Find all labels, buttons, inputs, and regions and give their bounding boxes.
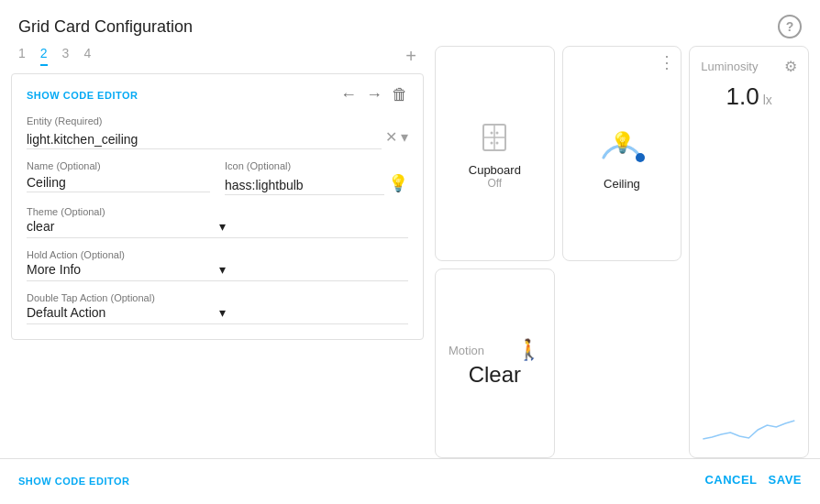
icon-input-wrapper: 💡 — [225, 173, 408, 195]
icon-field-group: Icon (Optional) 💡 — [225, 160, 408, 195]
main-content: 1 2 3 4 + SHOW CODE EDITOR ← → 🗑 Entity … — [0, 46, 820, 458]
name-input[interactable] — [27, 173, 210, 192]
entity-field-group: Entity (Required) ✕ ▾ — [27, 115, 408, 149]
svg-text:💡: 💡 — [609, 130, 635, 155]
motion-preview-card[interactable]: Motion 🚶 Clear — [435, 268, 555, 459]
right-panel: Cupboard Off ⋮ — [435, 46, 809, 458]
double-tap-value: Default Action — [27, 305, 216, 320]
add-tab-button[interactable]: + — [405, 47, 416, 65]
motion-state: Clear — [469, 362, 521, 388]
entity-actions: ✕ ▾ — [385, 128, 408, 149]
hold-action-field-group: Hold Action (Optional) More Info ▾ — [27, 249, 408, 281]
svg-point-7 — [636, 153, 645, 162]
cupboard-icon — [474, 117, 515, 158]
navigate-next-icon[interactable]: → — [366, 85, 382, 104]
cupboard-preview-card[interactable]: Cupboard Off — [435, 46, 555, 261]
page-title: Grid Card Configuration — [18, 17, 193, 37]
entity-label: Entity (Required) — [27, 115, 408, 126]
entity-row: ✕ ▾ — [27, 128, 408, 149]
page-header: Grid Card Configuration ? — [0, 0, 820, 46]
name-label: Name (Optional) — [27, 160, 210, 171]
clear-entity-icon[interactable]: ✕ — [385, 128, 397, 146]
dropdown-entity-icon[interactable]: ▾ — [401, 128, 408, 146]
double-tap-dropdown-arrow: ▾ — [219, 305, 408, 320]
double-tap-label: Double Tap Action (Optional) — [27, 292, 408, 303]
name-field-group: Name (Optional) — [27, 160, 210, 195]
preview-grid: Cupboard Off ⋮ — [435, 46, 809, 458]
double-tap-field-group: Double Tap Action (Optional) Default Act… — [27, 292, 408, 324]
theme-dropdown-arrow: ▾ — [219, 219, 408, 234]
hold-action-label: Hold Action (Optional) — [27, 249, 408, 260]
motion-top: Motion 🚶 — [449, 338, 541, 362]
luminosity-gear-icon[interactable]: ⚙ — [784, 58, 797, 75]
hold-action-value: More Info — [27, 262, 216, 277]
luminosity-header: Luminosity ⚙ — [701, 58, 797, 75]
ceiling-preview-card[interactable]: ⋮ 💡 Ceiling — [562, 46, 682, 261]
luminosity-preview-card[interactable]: Luminosity ⚙ 1.0 lx — [689, 46, 809, 458]
motion-label: Motion — [449, 344, 484, 357]
entity-input-wrapper — [27, 130, 382, 149]
luminosity-number: 1.0 — [726, 82, 759, 111]
tab-3[interactable]: 3 — [62, 46, 70, 66]
icon-preview: 💡 — [388, 173, 408, 195]
svg-point-5 — [491, 141, 493, 144]
hold-action-dropdown-arrow: ▾ — [219, 262, 408, 277]
svg-point-6 — [496, 141, 499, 144]
config-actions: ← → 🗑 — [340, 85, 408, 104]
hold-action-dropdown[interactable]: More Info ▾ — [27, 262, 408, 281]
footer-left: SHOW CODE EDITOR — [18, 473, 129, 488]
name-icon-row: Name (Optional) Icon (Optional) 💡 — [27, 160, 408, 195]
luminosity-title: Luminosity — [701, 60, 758, 73]
ceiling-card-inner: 💡 Ceiling — [594, 116, 649, 191]
motion-person-icon: 🚶 — [516, 338, 541, 362]
delete-icon[interactable]: 🗑 — [392, 85, 408, 104]
icon-input[interactable] — [225, 176, 384, 195]
footer-show-code-button[interactable]: SHOW CODE EDITOR — [18, 476, 129, 487]
tabs-row: 1 2 3 4 + — [11, 46, 424, 70]
luminosity-chart — [701, 400, 797, 446]
footer: SHOW CODE EDITOR CANCEL SAVE — [0, 458, 820, 500]
help-icon[interactable]: ? — [778, 15, 802, 38]
ceiling-dial: 💡 — [594, 116, 649, 171]
tab-1[interactable]: 1 — [18, 46, 26, 66]
theme-value: clear — [27, 219, 216, 234]
footer-right: CANCEL SAVE — [704, 473, 802, 487]
navigate-prev-icon[interactable]: ← — [340, 85, 357, 104]
ceiling-more-menu-icon[interactable]: ⋮ — [659, 52, 675, 72]
ceiling-label: Ceiling — [604, 177, 640, 191]
theme-label: Theme (Optional) — [27, 206, 408, 217]
luminosity-value-display: 1.0 lx — [726, 82, 772, 111]
tab-4[interactable]: 4 — [83, 46, 91, 66]
theme-dropdown[interactable]: clear ▾ — [27, 219, 408, 238]
theme-field-group: Theme (Optional) clear ▾ — [27, 206, 408, 238]
entity-input[interactable] — [27, 130, 382, 149]
luminosity-unit: lx — [763, 93, 772, 107]
cupboard-label: Cupboard — [469, 163, 521, 177]
left-panel: 1 2 3 4 + SHOW CODE EDITOR ← → 🗑 Entity … — [11, 46, 424, 458]
show-code-editor-button[interactable]: SHOW CODE EDITOR — [27, 90, 138, 101]
card-config-panel: SHOW CODE EDITOR ← → 🗑 Entity (Required)… — [11, 73, 424, 340]
config-header: SHOW CODE EDITOR ← → 🗑 — [27, 85, 408, 104]
svg-point-4 — [496, 131, 499, 134]
tab-2[interactable]: 2 — [40, 46, 48, 66]
cupboard-state: Off — [487, 177, 502, 190]
cancel-button[interactable]: CANCEL — [704, 473, 757, 487]
icon-label: Icon (Optional) — [225, 160, 408, 171]
save-button[interactable]: SAVE — [769, 473, 802, 487]
svg-point-3 — [491, 131, 493, 134]
double-tap-dropdown[interactable]: Default Action ▾ — [27, 305, 408, 324]
